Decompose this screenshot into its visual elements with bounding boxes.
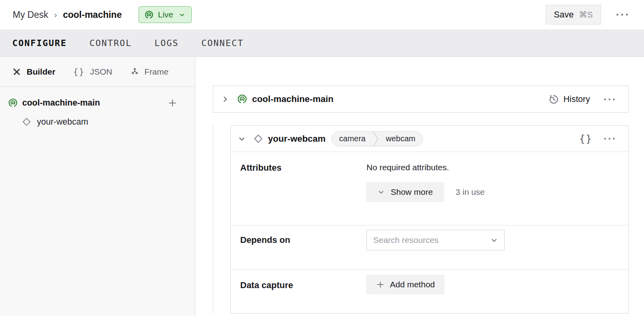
attributes-in-use-count: 3 in use (455, 187, 485, 197)
tab-logs[interactable]: LOGS (154, 38, 179, 48)
machine-part-icon (237, 94, 247, 104)
part-card-overflow-menu-button[interactable] (601, 96, 618, 103)
view-tab-builder[interactable]: Builder (12, 67, 55, 77)
component-json-icon[interactable]: {} (579, 133, 592, 144)
frame-axes-icon (130, 67, 139, 76)
tree-item-machine-part-label: cool-machine-main (22, 98, 100, 108)
add-resource-button[interactable] (168, 98, 177, 108)
view-tab-builder-label: Builder (27, 67, 55, 77)
ellipsis-icon (615, 13, 629, 16)
depends-on-select[interactable]: Search resources (366, 230, 505, 250)
component-type-chip: camera webcam (332, 131, 423, 146)
tree-item-machine-part[interactable]: cool-machine-main (8, 94, 185, 112)
part-children-container: your-webcam camera webcam {} (213, 125, 644, 314)
show-more-button[interactable]: Show more (366, 182, 444, 202)
chevron-down-icon (490, 237, 498, 244)
component-overflow-menu-button[interactable] (601, 135, 618, 142)
component-model-label: webcam (379, 132, 422, 146)
add-method-button[interactable]: Add method (366, 275, 444, 294)
tab-connect[interactable]: CONNECT (201, 38, 244, 48)
tree-item-component[interactable]: your-webcam (8, 113, 185, 131)
plus-icon (168, 98, 177, 108)
machine-nav-tabs: CONFIGURE CONTROL LOGS CONNECT (0, 29, 644, 57)
status-badge-label: Live (158, 10, 174, 19)
save-button[interactable]: Save ⌘S (546, 5, 601, 25)
breadcrumb-parent[interactable]: My Desk (13, 10, 48, 20)
component-card-title: your-webcam (268, 134, 326, 144)
show-more-button-label: Show more (391, 187, 433, 197)
chevron-down-icon (238, 135, 246, 143)
topbar-overflow-menu-button[interactable] (611, 9, 633, 20)
component-diamond-icon (253, 133, 264, 144)
history-clock-icon (548, 94, 559, 105)
attributes-empty-text: No required attributes. (366, 163, 485, 172)
chip-chevron-separator-icon (373, 132, 379, 146)
view-tab-frame-label: Frame (145, 67, 169, 77)
view-tab-json[interactable]: {} JSON (73, 67, 112, 77)
history-button[interactable]: History (548, 94, 590, 105)
save-shortcut-hint: ⌘S (579, 10, 593, 19)
plus-icon (376, 280, 385, 289)
breadcrumb-separator: › (54, 10, 57, 19)
component-card: your-webcam camera webcam {} (230, 125, 629, 314)
chevron-down-icon (179, 12, 185, 18)
configure-page-body: Builder {} JSON Frame (0, 57, 644, 316)
data-capture-section-label: Data capture (240, 275, 366, 313)
data-capture-section: Data capture Add method (231, 270, 628, 313)
part-card-expand-button[interactable] (219, 93, 231, 106)
component-diamond-icon (21, 117, 32, 127)
tab-control[interactable]: CONTROL (89, 38, 132, 48)
machine-part-card: cool-machine-main History (213, 86, 629, 113)
breadcrumb: My Desk › cool-machine (13, 10, 122, 20)
tab-configure[interactable]: CONFIGURE (12, 38, 67, 48)
part-card-title: cool-machine-main (252, 94, 334, 104)
attributes-section: Attributes No required attributes. Show … (231, 152, 628, 225)
save-button-label: Save (554, 10, 574, 20)
breadcrumb-current-machine: cool-machine (63, 10, 121, 20)
config-view-switcher: Builder {} JSON Frame (0, 57, 195, 87)
tree-item-component-label: your-webcam (37, 117, 88, 127)
history-button-label: History (563, 94, 590, 104)
machine-status-badge[interactable]: Live (139, 6, 192, 23)
chevron-down-icon (378, 189, 385, 196)
ellipsis-icon (604, 98, 615, 101)
component-card-header: your-webcam camera webcam {} (231, 126, 628, 152)
config-main-panel: cool-machine-main History (195, 57, 644, 316)
resource-tree: cool-machine-main your-webcam (0, 87, 195, 131)
attributes-content: No required attributes. Show more 3 in u… (366, 163, 485, 225)
ellipsis-icon (604, 137, 615, 140)
depends-on-section-label: Depends on (240, 230, 366, 269)
braces-icon: {} (73, 67, 85, 77)
add-method-button-label: Add method (390, 280, 435, 289)
depends-on-section: Depends on Search resources (231, 225, 628, 270)
component-type-label: camera (332, 132, 373, 146)
chevron-right-icon (221, 95, 229, 103)
depends-on-select-placeholder: Search resources (373, 235, 439, 245)
view-tab-json-label: JSON (90, 67, 112, 77)
component-collapse-button[interactable] (235, 133, 248, 145)
attributes-section-label: Attributes (240, 163, 366, 225)
machine-part-icon (8, 98, 18, 108)
top-bar: My Desk › cool-machine Live Save ⌘S (0, 0, 644, 29)
sidebar: Builder {} JSON Frame (0, 57, 195, 316)
attributes-actions: Show more 3 in use (366, 182, 485, 202)
broadcast-icon (145, 10, 154, 19)
builder-tools-icon (12, 67, 21, 77)
view-tab-frame[interactable]: Frame (130, 67, 169, 77)
